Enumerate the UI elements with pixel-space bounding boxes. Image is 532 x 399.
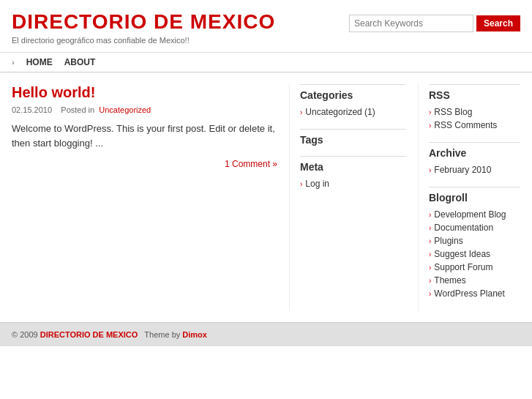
right-item-rss-blog[interactable]: › RSS Blog [429, 105, 520, 119]
right-item-documentation-label: Documentation [434, 223, 493, 233]
right-arrow-wp-planet-icon: › [429, 290, 431, 298]
right-item-rss-comments[interactable]: › RSS Comments [429, 119, 520, 132]
right-rss-title: RSS [429, 89, 520, 101]
post-category[interactable]: Uncategorized [99, 105, 151, 114]
right-item-support-forum[interactable]: › Support Forum [429, 261, 520, 274]
main-content: Hello world! 02.15.2010 Posted in Uncate… [12, 84, 277, 310]
sidebar-section-meta: Meta › Log in [300, 156, 406, 190]
right-blogroll-title: Blogroll [429, 192, 520, 204]
sidebar-item-login-label: Log in [305, 179, 329, 189]
sidebar-item-uncategorized[interactable]: › Uncategorized (1) [300, 105, 406, 119]
sidebar-item-uncategorized-label: Uncategorized (1) [305, 107, 375, 117]
right-item-themes-label: Themes [434, 275, 465, 286]
post-meta-prefix: Posted in [61, 105, 94, 114]
right-item-documentation[interactable]: › Documentation [429, 221, 520, 234]
right-archive-title: Archive [429, 147, 520, 159]
right-item-wp-planet-label: WordPress Planet [434, 288, 505, 299]
right-section-blogroll: Blogroll › Development Blog › Documentat… [429, 187, 520, 300]
right-arrow-plugins-icon: › [429, 237, 431, 245]
footer: © 2009 DIRECTORIO DE MEXICO Theme by Dim… [0, 322, 532, 346]
right-item-suggest-label: Suggest Ideas [434, 249, 490, 259]
right-item-plugins-label: Plugins [434, 236, 462, 246]
right-item-support-label: Support Forum [434, 262, 492, 272]
right-section-rss: RSS › RSS Blog › RSS Comments [429, 84, 520, 132]
right-arrow-rss-comments-icon: › [429, 122, 431, 130]
right-arrow-support-icon: › [429, 264, 431, 272]
right-item-themes[interactable]: › Themes [429, 274, 520, 287]
right-item-dev-blog-label: Development Blog [434, 209, 506, 220]
right-section-archive: Archive › February 2010 [429, 142, 520, 176]
right-arrow-suggest-icon: › [429, 250, 431, 258]
right-arrow-dev-blog-icon: › [429, 211, 431, 219]
post-title[interactable]: Hello world! [12, 84, 277, 101]
right-arrow-archive-icon: › [429, 166, 431, 174]
nav: › HOME ABOUT [0, 53, 532, 72]
content-wrapper: Hello world! 02.15.2010 Posted in Uncate… [0, 72, 532, 322]
right-item-plugins[interactable]: › Plugins [429, 234, 520, 247]
sidebar-arrow-icon: › [300, 108, 302, 116]
footer-site-link[interactable]: DIRECTORIO DE MEXICO [40, 330, 138, 339]
header-left: DIRECTORIO DE MEXICO El directorio geogr… [12, 10, 275, 45]
sidebar: Categories › Uncategorized (1) Tags Meta… [289, 84, 406, 310]
post-meta: 02.15.2010 Posted in Uncategorized [12, 105, 277, 114]
footer-theme-link[interactable]: Dimox [182, 330, 207, 339]
right-item-feb2010-label: February 2010 [434, 165, 491, 175]
right-item-feb2010[interactable]: › February 2010 [429, 163, 520, 176]
footer-copyright: © 2009 [12, 330, 38, 339]
right-item-rss-blog-label: RSS Blog [434, 107, 472, 117]
header: DIRECTORIO DE MEXICO El directorio geogr… [0, 0, 532, 53]
search-input[interactable] [349, 15, 473, 32]
right-item-dev-blog[interactable]: › Development Blog [429, 208, 520, 221]
right-arrow-themes-icon: › [429, 277, 431, 285]
sidebar-section-categories: Categories › Uncategorized (1) [300, 84, 406, 119]
right-item-wp-planet[interactable]: › WordPress Planet [429, 287, 520, 300]
search-area: Search [349, 15, 520, 32]
site-title[interactable]: DIRECTORIO DE MEXICO [12, 10, 275, 34]
post-content: Welcome to WordPress. This is your first… [12, 122, 277, 150]
nav-arrow: › [12, 58, 15, 67]
nav-item-home[interactable]: HOME [26, 57, 53, 67]
search-button[interactable]: Search [476, 15, 520, 31]
right-arrow-rss-blog-icon: › [429, 108, 431, 116]
right-item-rss-comments-label: RSS Comments [434, 120, 497, 130]
post-date: 02.15.2010 [12, 105, 52, 114]
right-sidebar: RSS › RSS Blog › RSS Comments Archive › … [418, 84, 520, 310]
comment-link[interactable]: 1 Comment » [12, 159, 277, 169]
nav-item-about[interactable]: ABOUT [64, 57, 96, 67]
right-arrow-documentation-icon: › [429, 224, 431, 232]
sidebar-categories-title: Categories [300, 89, 406, 101]
site-tagline: El directorio geográfico mas confiable d… [12, 36, 275, 45]
sidebar-item-login[interactable]: › Log in [300, 177, 406, 190]
sidebar-section-tags: Tags [300, 129, 406, 146]
sidebar-meta-title: Meta [300, 161, 406, 173]
footer-theme-prefix: Theme by [144, 330, 180, 339]
sidebar-arrow-meta-icon: › [300, 180, 302, 188]
sidebar-tags-title: Tags [300, 134, 406, 146]
right-item-suggest-ideas[interactable]: › Suggest Ideas [429, 247, 520, 261]
